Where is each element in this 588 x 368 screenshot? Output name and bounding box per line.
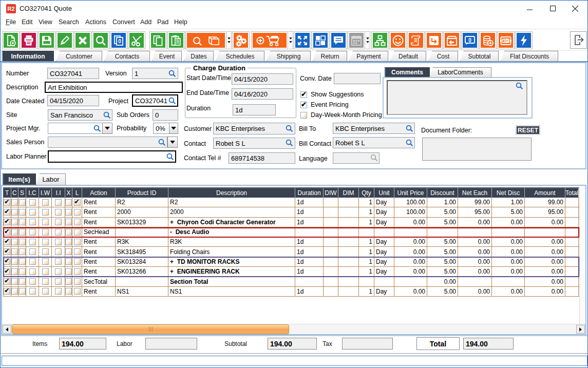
- cell-qty[interactable]: 1: [359, 257, 374, 266]
- cell-amount[interactable]: 0.00: [525, 287, 565, 296]
- row-7-c-checkbox[interactable]: [11, 258, 18, 265]
- cell-discount[interactable]: 5.00: [427, 267, 458, 276]
- start-date-field[interactable]: 04/15/2020: [232, 73, 293, 85]
- tab-items[interactable]: Item(s): [2, 173, 36, 185]
- cell-total[interactable]: [565, 227, 579, 237]
- cell-description[interactable]: - Desc Audio: [168, 227, 295, 237]
- cell-duration[interactable]: 1d: [295, 198, 324, 207]
- cell-amount[interactable]: 0.00: [525, 247, 565, 256]
- cell-product-id[interactable]: SK013284: [116, 257, 168, 266]
- cell-action[interactable]: Rent: [82, 198, 116, 207]
- search-icon[interactable]: [92, 31, 109, 49]
- row-1-t-checkbox[interactable]: [4, 199, 10, 206]
- cell-amount[interactable]: [525, 227, 565, 237]
- column-header-dim[interactable]: DIM: [338, 188, 359, 198]
- cell-unit[interactable]: Day: [374, 267, 394, 276]
- cell-product-id[interactable]: NS1: [116, 287, 168, 296]
- cell-discount[interactable]: 5.00: [427, 207, 458, 217]
- menu-convert[interactable]: Convert: [112, 18, 135, 26]
- row-5-l-checkbox[interactable]: [74, 239, 81, 245]
- scroll-left-button[interactable]: [3, 325, 11, 334]
- add-to-po-cart-icon[interactable]: PO: [251, 31, 288, 49]
- row-1-x-checkbox[interactable]: [65, 199, 72, 206]
- row-6-ii-checkbox[interactable]: [55, 248, 62, 255]
- row-2-ii-checkbox[interactable]: [55, 209, 62, 216]
- cell-total[interactable]: [565, 237, 579, 246]
- row-1-ii-checkbox[interactable]: [55, 199, 62, 206]
- cashbox-icon[interactable]: [497, 31, 515, 49]
- row-4-c-checkbox[interactable]: [11, 229, 18, 236]
- row-5-ii-checkbox[interactable]: [55, 239, 62, 245]
- expand-arrows-icon[interactable]: [294, 31, 311, 49]
- cell-net-each[interactable]: 0.00: [458, 218, 492, 227]
- row-8-iw-checkbox[interactable]: [42, 268, 49, 275]
- cell-net-each[interactable]: 0.00: [458, 247, 492, 256]
- cell-discount[interactable]: [427, 227, 458, 237]
- row-6-ic-checkbox[interactable]: [29, 248, 36, 255]
- cell-diw[interactable]: [324, 218, 338, 227]
- cell-qty[interactable]: 1: [359, 237, 374, 246]
- cell-qty[interactable]: 1: [359, 287, 374, 296]
- cell-product-id[interactable]: SK013329: [116, 218, 168, 227]
- cell-dim[interactable]: [338, 247, 359, 256]
- end-date-field[interactable]: 04/16/2020: [232, 88, 293, 100]
- cell-product-id[interactable]: SK013266: [116, 267, 168, 276]
- tab-subtotal[interactable]: Subtotal: [460, 51, 499, 61]
- cut-scissors-icon[interactable]: [128, 31, 145, 49]
- table-row-4[interactable]: SecHead- Desc Audio: [3, 227, 579, 237]
- dropdown-spinner-icon[interactable]: [227, 31, 232, 49]
- row-6-iw-checkbox[interactable]: [42, 248, 49, 255]
- comment-bubble-icon[interactable]: [330, 31, 347, 49]
- cell-discount[interactable]: 5.00: [427, 287, 458, 296]
- cell-amount[interactable]: 0.00: [525, 277, 565, 286]
- sub-orders-field[interactable]: 0: [153, 109, 178, 121]
- cell-dim[interactable]: [338, 287, 359, 296]
- customer-search-icon[interactable]: [286, 125, 293, 132]
- row-3-s-checkbox[interactable]: [19, 219, 26, 225]
- column-header-i-i[interactable]: I.I: [52, 188, 65, 198]
- version-search-icon[interactable]: [168, 70, 176, 77]
- cell-duration[interactable]: 1d: [295, 218, 324, 227]
- cell-unit-price[interactable]: 0.00: [394, 267, 427, 276]
- cell-unit[interactable]: [374, 277, 394, 286]
- bill-contact-field[interactable]: Robet S L: [333, 137, 415, 148]
- cell-total[interactable]: [565, 218, 579, 227]
- cell-unit-price[interactable]: 0.00: [394, 247, 427, 256]
- cell-net-each[interactable]: 0.00: [458, 287, 492, 296]
- cell-total[interactable]: [565, 267, 579, 276]
- column-header-net-disc[interactable]: Net Disc: [492, 188, 525, 198]
- cell-diw[interactable]: [324, 277, 338, 286]
- cell-unit[interactable]: [374, 227, 394, 237]
- horizontal-scrollbar[interactable]: [2, 324, 585, 334]
- row-3-ii-checkbox[interactable]: [55, 219, 62, 225]
- cell-amount[interactable]: 0.00: [525, 257, 565, 266]
- cell-net-disc[interactable]: 0.00: [492, 218, 525, 227]
- column-header-qty[interactable]: Qty: [359, 188, 374, 198]
- column-header-unit-price[interactable]: Unit Price: [394, 188, 427, 198]
- row-2-c-checkbox[interactable]: [11, 209, 18, 216]
- cell-description[interactable]: + Chyron Codi Character Generator: [168, 218, 295, 227]
- tab-flat-discounts[interactable]: Flat Discounts: [501, 51, 558, 61]
- table-row-10[interactable]: RentNS1NS11d1Day0.005.000.000.000.00: [3, 287, 579, 297]
- cell-diw[interactable]: [324, 207, 338, 217]
- return-arrow-icon[interactable]: [425, 31, 443, 49]
- row-4-s-checkbox[interactable]: [19, 229, 26, 236]
- cell-product-id[interactable]: R2: [116, 198, 168, 207]
- row-9-s-checkbox[interactable]: [19, 278, 26, 285]
- row-3-x-checkbox[interactable]: [65, 219, 72, 225]
- cell-dim[interactable]: [338, 198, 359, 207]
- bill-contact-search-icon[interactable]: [406, 139, 413, 146]
- cell-discount[interactable]: 1.00: [427, 198, 458, 207]
- cell-net-disc[interactable]: [492, 277, 525, 286]
- column-header-t[interactable]: T: [4, 188, 11, 198]
- comments-textarea[interactable]: [387, 80, 527, 115]
- cell-diw[interactable]: [324, 257, 338, 266]
- row-10-t-checkbox[interactable]: [4, 288, 10, 295]
- table-row-6[interactable]: RentSK318495Folding Chairs1d1Day0.005.00…: [3, 247, 579, 257]
- total-field[interactable]: 194.00: [463, 338, 514, 350]
- cell-description[interactable]: NS1: [168, 287, 295, 296]
- row-1-c-checkbox[interactable]: [11, 199, 18, 206]
- row-7-ii-checkbox[interactable]: [55, 258, 62, 265]
- cell-duration[interactable]: [295, 227, 324, 237]
- cell-unit[interactable]: Day: [374, 257, 394, 266]
